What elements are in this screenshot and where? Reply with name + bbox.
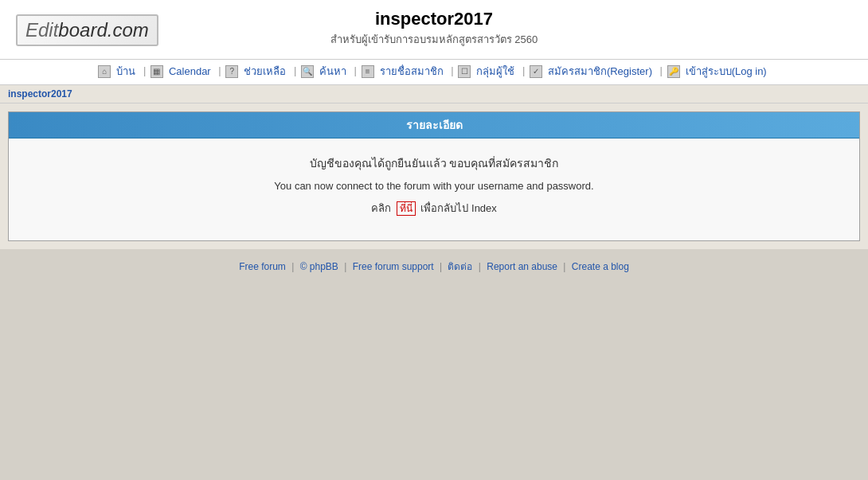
site-title: inspector2017	[330, 9, 538, 29]
groups-icon: ☐	[458, 65, 471, 78]
separator-3: |	[440, 261, 444, 272]
here-link[interactable]: ที่นี่	[397, 201, 416, 216]
breadcrumb-link[interactable]: inspector2017	[8, 88, 72, 100]
content-header: รายละเอียด	[9, 112, 859, 139]
footer: Free forum | © phpBB | Free forum suppor…	[0, 249, 868, 283]
click-prefix: คลิก	[371, 202, 391, 214]
nav-search[interactable]: ค้นหา	[319, 63, 346, 80]
content-box: รายละเอียด บัญชีของคุณได้ถูกยืนยันแล้ว ข…	[8, 111, 860, 241]
footer-report-abuse[interactable]: Report an abuse	[487, 261, 557, 272]
site-logo: Editboard.com	[16, 14, 158, 46]
nav-groups[interactable]: กลุ่มผู้ใช้	[476, 63, 514, 80]
content-body: บัญชีของคุณได้ถูกยืนยันแล้ว ขอบคุณที่สมั…	[9, 139, 859, 240]
register-icon: ✓	[530, 65, 542, 78]
footer-create-blog[interactable]: Create a blog	[572, 261, 629, 272]
separator-2: |	[344, 261, 349, 272]
footer-phpbb[interactable]: © phpBB	[300, 261, 338, 272]
navbar: ⌂ บ้าน | ▦ Calendar | ? ช่วยเหลือ | 🔍 ค้…	[0, 60, 868, 85]
footer-free-forum-support[interactable]: Free forum support	[353, 261, 434, 272]
separator-1: |	[291, 261, 296, 272]
footer-free-forum[interactable]: Free forum	[239, 261, 286, 272]
connect-text: You can now connect to the forum with yo…	[33, 180, 835, 192]
login-icon: 🔑	[667, 65, 680, 78]
breadcrumb: inspector2017	[0, 85, 868, 103]
separator-5: |	[563, 261, 568, 272]
footer-contact[interactable]: ติดต่อ	[448, 261, 472, 272]
calendar-icon: ▦	[151, 65, 163, 78]
search-icon: 🔍	[301, 65, 314, 78]
separator-4: |	[479, 261, 483, 272]
nav-register[interactable]: สมัครสมาชิก(Register)	[548, 63, 652, 80]
nav-login[interactable]: เข้าสู่ระบบ(Log in)	[686, 63, 767, 80]
help-icon: ?	[225, 65, 238, 78]
site-subtitle: สำหรับผู้เข้ารับการอบรมหลักสูตรสารวัตร 2…	[330, 31, 538, 48]
click-line: คลิก ที่นี่ เพื่อกลับไป Index	[33, 200, 835, 217]
home-icon: ⌂	[98, 65, 111, 78]
click-suffix: เพื่อกลับไป Index	[420, 202, 496, 214]
members-icon: ≡	[362, 65, 374, 78]
nav-members[interactable]: รายชื่อสมาชิก	[380, 63, 444, 80]
nav-help[interactable]: ช่วยเหลือ	[244, 63, 286, 80]
nav-home[interactable]: บ้าน	[116, 63, 135, 80]
nav-calendar[interactable]: Calendar	[169, 65, 211, 77]
confirmation-text: บัญชีของคุณได้ถูกยืนยันแล้ว ขอบคุณที่สมั…	[33, 154, 835, 172]
